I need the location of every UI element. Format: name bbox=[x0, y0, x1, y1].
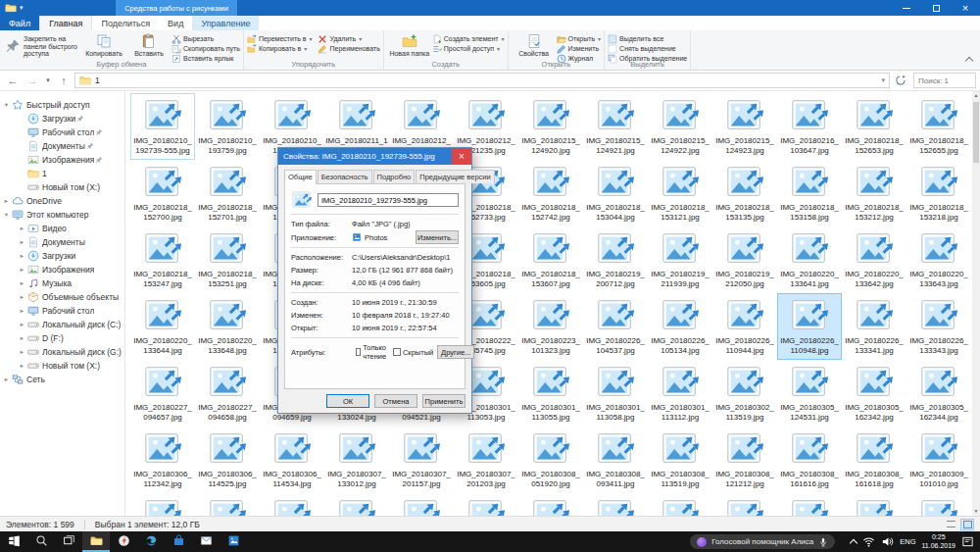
sidebar-item-pc-new-volume-x[interactable]: ▸Новый том (X:) bbox=[0, 359, 124, 373]
expand-chevron-icon[interactable]: ▸ bbox=[18, 266, 26, 274]
file-item[interactable]: IMG_20180210_192739-555.jpg bbox=[130, 93, 195, 160]
properties-button[interactable]: Свойства bbox=[512, 32, 557, 61]
forward-button[interactable]: → bbox=[24, 73, 41, 88]
file-item[interactable]: IMG_20180301_113055.jpg bbox=[518, 360, 583, 427]
file-item[interactable]: IMG_20180311_101011.jpg bbox=[518, 493, 583, 516]
cancel-button[interactable]: Отмена bbox=[374, 394, 417, 408]
file-item[interactable]: IMG_20180309_110305.jpg bbox=[260, 493, 324, 516]
tab-home[interactable]: Главная bbox=[39, 16, 92, 30]
file-item[interactable]: IMG_20180227_094658.jpg bbox=[195, 360, 260, 427]
sidebar-item-onedrive[interactable]: ▸OneDrive bbox=[0, 194, 124, 208]
expand-chevron-icon[interactable]: ▸ bbox=[2, 197, 11, 205]
file-item[interactable]: IMG_20180312_080808.jpg bbox=[712, 493, 777, 516]
scroll-down-button[interactable]: ▼ bbox=[972, 507, 980, 516]
expand-chevron-icon[interactable]: ▸ bbox=[18, 252, 26, 260]
file-item[interactable]: IMG_20180223_101323.jpg bbox=[518, 293, 583, 360]
file-item[interactable]: IMG_20180227_094657.jpg bbox=[130, 360, 195, 427]
network-tray-icon[interactable] bbox=[862, 535, 875, 548]
file-item[interactable]: IMG_20180306_114534.jpg bbox=[260, 427, 324, 493]
file-item[interactable]: IMG_20180226_105134.jpg bbox=[648, 293, 712, 360]
tab-file[interactable]: Файл bbox=[0, 16, 39, 30]
sidebar-item-qa-folder-1[interactable]: 1 bbox=[0, 167, 124, 180]
other-attributes-button[interactable]: Другие... bbox=[437, 345, 474, 359]
expand-chevron-icon[interactable]: ▾ bbox=[2, 211, 11, 219]
file-item[interactable]: IMG_20180220_133643.jpg bbox=[906, 226, 971, 293]
sidebar-item-quick-access[interactable]: ▾Быстрый доступ bbox=[0, 98, 124, 112]
language-indicator[interactable]: ENG bbox=[900, 537, 915, 546]
expand-chevron-icon[interactable]: ▸ bbox=[18, 225, 26, 232]
file-item[interactable]: IMG_20180216_103647.jpg bbox=[777, 93, 842, 160]
file-item[interactable]: IMG_20180218_153212.jpg bbox=[842, 160, 906, 226]
file-item[interactable]: IMG_20180226_133343.jpg bbox=[906, 293, 971, 360]
cut-button[interactable]: Вырезать bbox=[172, 34, 240, 43]
file-item[interactable]: IMG_20180219_212050.jpg bbox=[712, 226, 777, 293]
taskbar-search-button[interactable] bbox=[27, 531, 55, 552]
file-item[interactable]: IMG_20180307_201203.jpg bbox=[454, 427, 518, 493]
file-item[interactable]: IMG_20180306_114525.jpg bbox=[195, 427, 260, 493]
file-item[interactable]: IMG_20180218_152701.jpg bbox=[195, 160, 260, 226]
dialog-tab-security[interactable]: Безопасность bbox=[318, 170, 372, 183]
file-item[interactable]: IMG_20180218_153607.jpg bbox=[518, 226, 583, 293]
file-item[interactable]: IMG_20180226_104537.jpg bbox=[583, 293, 648, 360]
close-button[interactable]: × bbox=[951, 0, 980, 16]
taskbar-browser-button[interactable] bbox=[110, 531, 137, 552]
file-item[interactable]: IMG_20180310_121213.jpg bbox=[454, 493, 518, 516]
address-bar[interactable]: 1 ▾ bbox=[74, 73, 890, 88]
file-item[interactable]: IMG_20180310_090911.jpg bbox=[389, 493, 454, 516]
file-item[interactable]: IMG_20180302_113519.jpg bbox=[712, 360, 777, 427]
tab-share[interactable]: Поделиться bbox=[92, 16, 159, 30]
sidebar-item-pc-pictures[interactable]: ▸Изображения bbox=[0, 263, 124, 276]
pin-to-quick-access-button[interactable]: Закрепить на панели быстрого доступа bbox=[3, 32, 81, 61]
file-item[interactable]: IMG_20180308_161616.jpg bbox=[777, 427, 842, 493]
file-item[interactable]: IMG_20180311_131313.jpg bbox=[648, 493, 712, 516]
file-item[interactable]: IMG_20180308_051920.jpg bbox=[518, 427, 583, 493]
taskbar-edge-button[interactable] bbox=[137, 531, 165, 552]
expand-chevron-icon[interactable]: ▸ bbox=[18, 348, 26, 356]
file-item[interactable]: IMG_20180306_112342.jpg bbox=[130, 427, 195, 493]
file-item[interactable]: IMG_20180215_124920.jpg bbox=[518, 93, 583, 160]
file-item[interactable]: IMG_20180305_162342.jpg bbox=[842, 360, 906, 427]
vertical-scrollbar[interactable]: ▲ ▼ bbox=[972, 91, 980, 516]
recent-locations-button[interactable]: ▾ bbox=[43, 73, 53, 88]
file-item[interactable]: IMG_20180218_152653.jpg bbox=[842, 93, 906, 160]
file-item[interactable]: IMG_20180210_193759.jpg bbox=[195, 93, 260, 160]
paste-button[interactable]: Вставить bbox=[126, 32, 172, 61]
expand-chevron-icon[interactable]: ▸ bbox=[18, 307, 26, 315]
expand-chevron-icon[interactable]: ▸ bbox=[18, 293, 26, 301]
new-item-button[interactable]: Создать элемент▾ bbox=[432, 34, 505, 43]
search-box[interactable]: Поиск: 1 bbox=[913, 73, 976, 88]
file-item[interactable]: IMG_20180218_153121.jpg bbox=[648, 160, 712, 226]
open-button[interactable]: Открыть▾ bbox=[557, 34, 602, 43]
sidebar-item-pc-music[interactable]: ▸Музыка bbox=[0, 276, 124, 290]
sidebar-item-pc-desktop[interactable]: ▸Рабочий стол bbox=[0, 304, 124, 318]
select-none-button[interactable]: Снять выделение bbox=[608, 44, 687, 53]
expand-chevron-icon[interactable]: ▸ bbox=[18, 334, 26, 342]
sidebar-item-qa-desktop[interactable]: Рабочий стол bbox=[0, 125, 124, 139]
file-item[interactable]: IMG_20180218_153135.jpg bbox=[712, 160, 777, 226]
file-item[interactable]: IMG_20180218_152700.jpg bbox=[130, 160, 195, 226]
dialog-tab-general[interactable]: Общие bbox=[284, 170, 317, 184]
expand-chevron-icon[interactable]: ▾ bbox=[2, 101, 11, 109]
file-item[interactable]: IMG_20180226_110944.jpg bbox=[712, 293, 777, 360]
file-item[interactable]: IMG_20180307_201157.jpg bbox=[389, 427, 454, 493]
file-item[interactable]: IMG_20180308_121212.jpg bbox=[712, 427, 777, 493]
taskbar-explorer-button[interactable] bbox=[82, 531, 110, 552]
file-item[interactable]: IMG_20180305_162344.jpg bbox=[906, 360, 971, 427]
file-item[interactable]: IMG_20180219_200712.jpg bbox=[583, 226, 648, 293]
file-item[interactable]: IMG_20180226_110948.jpg bbox=[777, 293, 842, 360]
maximize-button[interactable] bbox=[921, 0, 951, 16]
file-item[interactable]: IMG_20180308_093411.jpg bbox=[583, 427, 648, 493]
file-item[interactable]: IMG_20180305_124531.jpg bbox=[777, 360, 842, 427]
sidebar-item-qa-pictures[interactable]: Изображения bbox=[0, 153, 124, 167]
file-item[interactable]: IMG_20180220_133642.jpg bbox=[842, 226, 906, 293]
tab-manage[interactable]: Управление bbox=[192, 16, 259, 30]
change-app-button[interactable]: Изменить... bbox=[416, 230, 459, 244]
apply-button[interactable]: Применить bbox=[422, 394, 466, 408]
scroll-up-button[interactable]: ▲ bbox=[972, 91, 980, 100]
easy-access-button[interactable]: Простой доступ▾ bbox=[432, 44, 505, 53]
volume-tray-icon[interactable] bbox=[881, 535, 894, 548]
file-item[interactable]: IMG_20180218_153247.jpg bbox=[130, 226, 195, 293]
file-item[interactable]: IMG_20180215_124923.jpg bbox=[712, 93, 777, 160]
file-item[interactable]: IMG_20180308_113519.jpg bbox=[648, 427, 712, 493]
readonly-checkbox[interactable]: Только чтение bbox=[356, 343, 389, 361]
